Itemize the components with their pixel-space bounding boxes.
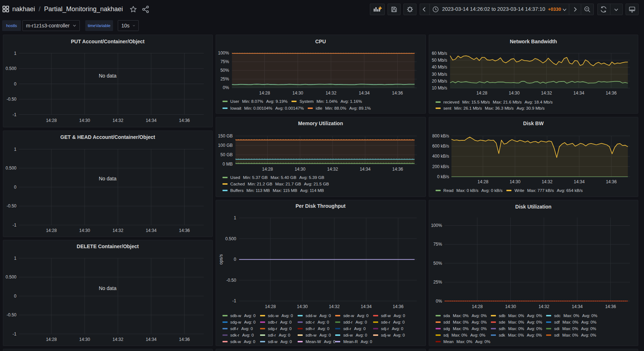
svg-text:0.500: 0.500 (5, 275, 16, 280)
svg-text:1: 1 (14, 51, 17, 56)
svg-text:100 GB: 100 GB (218, 143, 233, 148)
svg-text:0.500: 0.500 (5, 66, 16, 71)
svg-text:100%: 100% (218, 51, 229, 56)
svg-text:1: 1 (234, 215, 236, 220)
svg-text:1: 1 (14, 255, 17, 260)
svg-text:14:34: 14:34 (146, 337, 156, 342)
svg-text:10 Mb/s: 10 Mb/s (432, 85, 447, 91)
svg-text:14:28: 14:28 (46, 118, 57, 123)
svg-text:14:32: 14:32 (325, 91, 336, 96)
svg-text:14:36: 14:36 (392, 167, 403, 172)
svg-text:40 Mb/s: 40 Mb/s (432, 65, 447, 70)
svg-text:14:28: 14:28 (476, 91, 487, 96)
svg-text:14:28: 14:28 (46, 337, 57, 342)
svg-text:0: 0 (14, 184, 17, 189)
svg-text:14:30: 14:30 (79, 228, 90, 233)
svg-text:-0.50: -0.50 (7, 97, 17, 102)
svg-text:14:30: 14:30 (79, 118, 90, 123)
svg-text:14:28: 14:28 (472, 304, 483, 309)
svg-text:14:32: 14:32 (329, 304, 340, 309)
svg-text:400 kB/s: 400 kB/s (432, 154, 449, 159)
svg-text:14:30: 14:30 (79, 337, 90, 342)
svg-text:0 kB/s: 0 kB/s (437, 174, 449, 179)
svg-text:14:32: 14:32 (538, 304, 549, 309)
svg-text:0 MB: 0 MB (222, 162, 233, 167)
svg-text:14:34: 14:34 (359, 91, 369, 96)
svg-text:-1: -1 (13, 331, 17, 336)
svg-text:14:28: 14:28 (46, 228, 57, 233)
svg-text:14:36: 14:36 (393, 304, 403, 309)
svg-text:14:30: 14:30 (505, 304, 516, 309)
svg-text:14:32: 14:32 (112, 118, 123, 123)
svg-text:14:36: 14:36 (606, 91, 617, 96)
svg-text:25%: 25% (220, 76, 229, 82)
svg-text:14:30: 14:30 (509, 179, 520, 184)
svg-text:14:32: 14:32 (327, 167, 338, 172)
svg-text:-1: -1 (13, 112, 17, 117)
svg-text:14:34: 14:34 (146, 228, 156, 233)
svg-text:14:34: 14:34 (146, 118, 156, 123)
svg-text:14:32: 14:32 (112, 337, 123, 342)
svg-text:14:36: 14:36 (179, 337, 190, 342)
svg-text:75%: 75% (220, 59, 229, 64)
svg-text:14:36: 14:36 (605, 304, 616, 309)
svg-text:14:30: 14:30 (294, 167, 305, 172)
svg-text:14:36: 14:36 (392, 91, 403, 96)
svg-text:14:30: 14:30 (292, 91, 303, 96)
svg-text:14:28: 14:28 (477, 179, 488, 184)
svg-text:14:28: 14:28 (265, 304, 276, 309)
svg-text:14:34: 14:34 (359, 167, 370, 172)
svg-text:-0.50: -0.50 (7, 203, 17, 209)
svg-text:0: 0 (14, 293, 17, 298)
svg-text:0.500: 0.500 (225, 236, 236, 241)
svg-text:14:32: 14:32 (541, 91, 552, 96)
svg-text:-0.50: -0.50 (7, 312, 17, 317)
svg-text:50%: 50% (433, 261, 442, 266)
svg-text:14:28: 14:28 (259, 91, 270, 96)
svg-text:14:34: 14:34 (572, 304, 583, 309)
svg-text:0%: 0% (436, 299, 442, 304)
svg-text:14:30: 14:30 (509, 91, 519, 96)
svg-text:600 kB/s: 600 kB/s (432, 144, 449, 149)
svg-text:14:28: 14:28 (262, 167, 273, 172)
svg-text:14:32: 14:32 (541, 179, 552, 184)
svg-text:100%: 100% (431, 223, 442, 228)
svg-text:14:30: 14:30 (297, 304, 307, 309)
svg-text:60 Mb/s: 60 Mb/s (432, 51, 447, 56)
svg-text:75%: 75% (433, 242, 442, 247)
svg-text:200 kB/s: 200 kB/s (432, 164, 449, 169)
svg-text:14:34: 14:34 (360, 304, 371, 309)
svg-text:14:36: 14:36 (179, 118, 190, 123)
svg-text:0.500: 0.500 (5, 166, 16, 171)
svg-text:0%: 0% (222, 85, 229, 90)
svg-text:20 Mb/s: 20 Mb/s (432, 79, 447, 84)
svg-text:14:34: 14:34 (574, 179, 584, 184)
svg-text:800 kB/s: 800 kB/s (432, 133, 449, 138)
svg-text:50 Mb/s: 50 Mb/s (432, 58, 447, 63)
svg-text:14:34: 14:34 (573, 91, 584, 96)
svg-text:30 Mb/s: 30 Mb/s (432, 72, 447, 77)
svg-text:50 GB: 50 GB (220, 152, 233, 157)
svg-text:14:36: 14:36 (179, 228, 190, 233)
svg-text:14:32: 14:32 (112, 228, 123, 233)
svg-text:150 GB: 150 GB (218, 133, 233, 139)
svg-text:25%: 25% (433, 280, 442, 285)
svg-text:0: 0 (234, 257, 236, 262)
svg-text:-1: -1 (13, 222, 17, 227)
svg-text:50%: 50% (220, 68, 229, 73)
svg-text:1: 1 (14, 146, 17, 152)
svg-text:-0.50: -0.50 (226, 278, 236, 283)
svg-text:-1: -1 (232, 298, 236, 303)
svg-text:14:36: 14:36 (606, 179, 617, 184)
svg-text:ops/s: ops/s (219, 254, 224, 265)
svg-text:0: 0 (14, 82, 17, 87)
